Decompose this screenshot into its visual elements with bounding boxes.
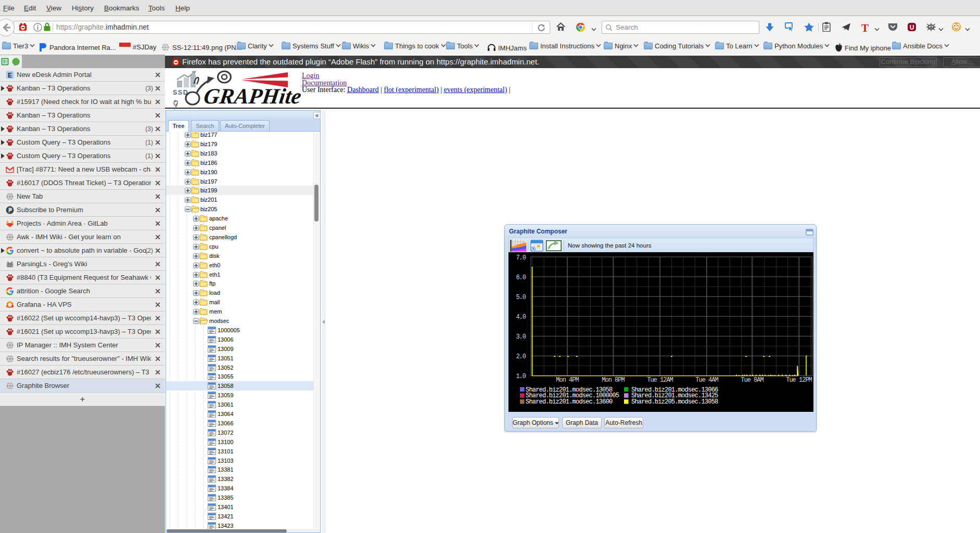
svg-text:Shared.biz201.modsec.13600: Shared.biz201.modsec.13600 <box>526 398 613 406</box>
svg-text:7.0: 7.0 <box>516 254 526 262</box>
svg-text:2.0: 2.0 <box>516 353 526 360</box>
svg-text:1.0: 1.0 <box>516 373 526 380</box>
svg-text:U: U <box>910 24 914 31</box>
svg-text:Tue 4AM: Tue 4AM <box>695 376 718 384</box>
svg-text:3.0: 3.0 <box>516 333 526 341</box>
svg-text:Tue 12PM: Tue 12PM <box>786 376 812 384</box>
svg-text:Shared.biz205.modsec.13058: Shared.biz205.modsec.13058 <box>631 398 718 406</box>
svg-text:6.0: 6.0 <box>516 274 526 281</box>
svg-text:Tue 12AM: Tue 12AM <box>647 376 673 384</box>
svg-text:E: E <box>8 72 12 79</box>
svg-text:Mon 8PM: Mon 8PM <box>602 376 625 384</box>
svg-text:4.0: 4.0 <box>516 314 526 321</box>
svg-text:5.0: 5.0 <box>516 294 526 301</box>
svg-text:Tue 8AM: Tue 8AM <box>741 376 763 384</box>
svg-text:Mon 4PM: Mon 4PM <box>556 376 579 384</box>
